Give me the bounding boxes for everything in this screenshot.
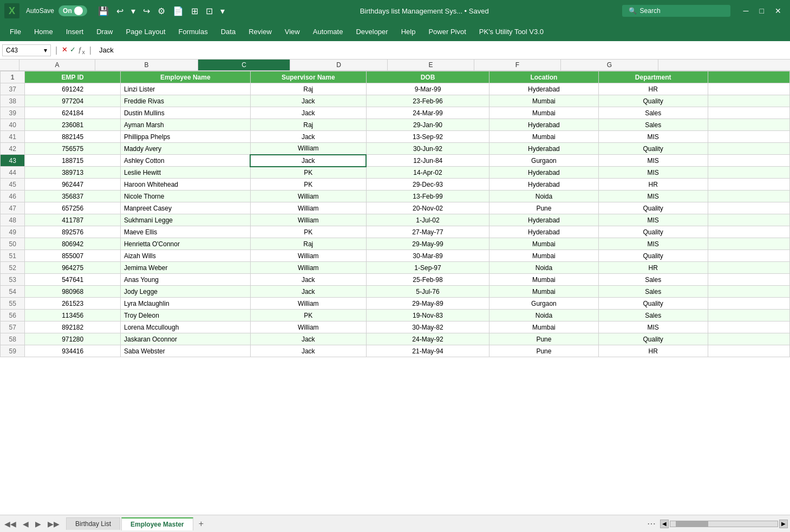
col-header-g[interactable]: G bbox=[561, 60, 658, 70]
table-row[interactable]: 37691242Linzi ListerRaj9-Mar-99Hyderabad… bbox=[1, 83, 790, 95]
cell-f50[interactable]: MIS bbox=[598, 238, 708, 250]
cell-e43[interactable]: Gurgaon bbox=[489, 155, 599, 167]
cell-e52[interactable]: Noida bbox=[489, 262, 599, 274]
cell-c55[interactable]: William bbox=[250, 298, 366, 310]
table-row[interactable]: 38977204Freddie RivasJack23-Feb-96Mumbai… bbox=[1, 95, 790, 107]
cell-a49[interactable]: 892576 bbox=[25, 226, 121, 238]
cell-g54[interactable] bbox=[708, 286, 789, 298]
table-row[interactable]: 55261523Lyra MclaughlinWilliam29-May-89G… bbox=[1, 298, 790, 310]
cell-f1[interactable]: Department bbox=[598, 71, 708, 83]
grid-icon[interactable]: ⊞ bbox=[189, 5, 200, 17]
cell-c37[interactable]: Raj bbox=[250, 83, 366, 95]
cell-a43[interactable]: 188715 bbox=[25, 155, 121, 167]
cell-f39[interactable]: Sales bbox=[598, 107, 708, 119]
cell-b38[interactable]: Freddie Rivas bbox=[120, 95, 250, 107]
cell-a58[interactable]: 971280 bbox=[25, 333, 121, 345]
cell-e49[interactable]: Hyderabad bbox=[489, 226, 599, 238]
cell-c41[interactable]: Jack bbox=[250, 131, 366, 143]
cell-d47[interactable]: 20-Nov-02 bbox=[366, 202, 489, 214]
tab-employee-master[interactable]: Employee Master bbox=[121, 517, 193, 530]
table-row[interactable]: 49892576Maeve EllisPK27-May-77HyderabadQ… bbox=[1, 226, 790, 238]
cell-d49[interactable]: 27-May-77 bbox=[366, 226, 489, 238]
cell-e55[interactable]: Gurgaon bbox=[489, 298, 599, 310]
table-row[interactable]: 41882145Phillippa PhelpsJack13-Sep-92Mum… bbox=[1, 131, 790, 143]
table-row[interactable]: 51855007Aizah WillsWilliam30-Mar-89Mumba… bbox=[1, 250, 790, 262]
close-button[interactable]: ✕ bbox=[771, 5, 786, 16]
cell-d54[interactable]: 5-Jul-76 bbox=[366, 286, 489, 298]
table-row[interactable]: 59934416Saba WebsterJack21-May-94PuneHR bbox=[1, 345, 790, 357]
cell-b41[interactable]: Phillippa Phelps bbox=[120, 131, 250, 143]
cell-b52[interactable]: Jemima Weber bbox=[120, 262, 250, 274]
col-header-d[interactable]: D bbox=[290, 60, 388, 70]
cell-c53[interactable]: Jack bbox=[250, 274, 366, 286]
cell-f49[interactable]: Quality bbox=[598, 226, 708, 238]
menu-item-formulas[interactable]: Formulas bbox=[173, 25, 213, 38]
cell-e38[interactable]: Mumbai bbox=[489, 95, 599, 107]
menu-item-help[interactable]: Help bbox=[396, 25, 421, 38]
cell-e46[interactable]: Noida bbox=[489, 191, 599, 202]
cell-e51[interactable]: Mumbai bbox=[489, 250, 599, 262]
tab-last-btn[interactable]: ▶▶ bbox=[45, 518, 62, 529]
menu-item-insert[interactable]: Insert bbox=[61, 25, 89, 38]
cell-e39[interactable]: Mumbai bbox=[489, 107, 599, 119]
table-row[interactable]: 42756575Maddy AveryWilliam30-Jun-92Hyder… bbox=[1, 143, 790, 155]
cell-a42[interactable]: 756575 bbox=[25, 143, 121, 155]
table-row[interactable]: 50806942Henrietta O'ConnorRaj29-May-99Mu… bbox=[1, 238, 790, 250]
col-header-e[interactable]: E bbox=[388, 60, 474, 70]
table-row[interactable]: 56113456Troy DeleonPK19-Nov-83NoidaSales bbox=[1, 310, 790, 321]
cell-d48[interactable]: 1-Jul-02 bbox=[366, 214, 489, 226]
cell-f54[interactable]: Sales bbox=[598, 286, 708, 298]
cell-e44[interactable]: Hyderabad bbox=[489, 167, 599, 179]
cell-f59[interactable]: HR bbox=[598, 345, 708, 357]
cell-g59[interactable] bbox=[708, 345, 789, 357]
menu-item-view[interactable]: View bbox=[279, 25, 305, 38]
menu-item-file[interactable]: File bbox=[4, 25, 27, 38]
cell-f44[interactable]: MIS bbox=[598, 167, 708, 179]
cell-a37[interactable]: 691242 bbox=[25, 83, 121, 95]
table-row[interactable]: 47657256Manpreet CaseyWilliam20-Nov-02Pu… bbox=[1, 202, 790, 214]
cell-g42[interactable] bbox=[708, 143, 789, 155]
tab-birthday-list[interactable]: Birthday List bbox=[66, 517, 120, 530]
cell-f55[interactable]: Quality bbox=[598, 298, 708, 310]
table-row[interactable]: 54980968Jody LeggeJack5-Jul-76MumbaiSale… bbox=[1, 286, 790, 298]
tab-back-btn[interactable]: ◀ bbox=[21, 518, 31, 529]
cell-a1[interactable]: EMP ID bbox=[25, 71, 121, 83]
menu-item-developer[interactable]: Developer bbox=[350, 25, 393, 38]
cell-b45[interactable]: Haroon Whitehead bbox=[120, 179, 250, 191]
cell-e53[interactable]: Mumbai bbox=[489, 274, 599, 286]
cell-a41[interactable]: 882145 bbox=[25, 131, 121, 143]
cell-b58[interactable]: Jaskaran Oconnor bbox=[120, 333, 250, 345]
tab-options-button[interactable]: ⋯ bbox=[643, 517, 660, 530]
cell-d58[interactable]: 24-May-92 bbox=[366, 333, 489, 345]
cell-f42[interactable]: Quality bbox=[598, 143, 708, 155]
search-box[interactable]: 🔍 Search bbox=[622, 5, 730, 17]
cell-a46[interactable]: 356837 bbox=[25, 191, 121, 202]
cell-c47[interactable]: William bbox=[250, 202, 366, 214]
cell-a38[interactable]: 977204 bbox=[25, 95, 121, 107]
cell-c59[interactable]: Jack bbox=[250, 345, 366, 357]
cell-g38[interactable] bbox=[708, 95, 789, 107]
cell-a51[interactable]: 855007 bbox=[25, 250, 121, 262]
cell-a39[interactable]: 624184 bbox=[25, 107, 121, 119]
cell-b43[interactable]: Ashley Cotton bbox=[120, 155, 250, 167]
cell-c42[interactable]: William bbox=[250, 143, 366, 155]
cell-c54[interactable]: Jack bbox=[250, 286, 366, 298]
cell-b56[interactable]: Troy Deleon bbox=[120, 310, 250, 321]
pdf-icon[interactable]: 📄 bbox=[171, 5, 186, 17]
cell-a52[interactable]: 964275 bbox=[25, 262, 121, 274]
cell-b39[interactable]: Dustin Mullins bbox=[120, 107, 250, 119]
cell-e42[interactable]: Hyderabad bbox=[489, 143, 599, 155]
save-icon[interactable]: 💾 bbox=[96, 5, 111, 17]
col-header-f[interactable]: F bbox=[474, 60, 561, 70]
menu-item-power-pivot[interactable]: Power Pivot bbox=[423, 25, 471, 38]
cell-e1[interactable]: Location bbox=[489, 71, 599, 83]
table-row[interactable]: 58971280Jaskaran OconnorJack24-May-92Pun… bbox=[1, 333, 790, 345]
cell-ref-dropdown[interactable]: ▾ bbox=[44, 47, 47, 54]
cell-g55[interactable] bbox=[708, 298, 789, 310]
cell-e37[interactable]: Hyderabad bbox=[489, 83, 599, 95]
cell-g58[interactable] bbox=[708, 333, 789, 345]
cell-e58[interactable]: Pune bbox=[489, 333, 599, 345]
col-header-c[interactable]: C bbox=[198, 60, 290, 70]
table-row[interactable]: 45962447Haroon WhiteheadPK29-Dec-93Hyder… bbox=[1, 179, 790, 191]
cell-b42[interactable]: Maddy Avery bbox=[120, 143, 250, 155]
